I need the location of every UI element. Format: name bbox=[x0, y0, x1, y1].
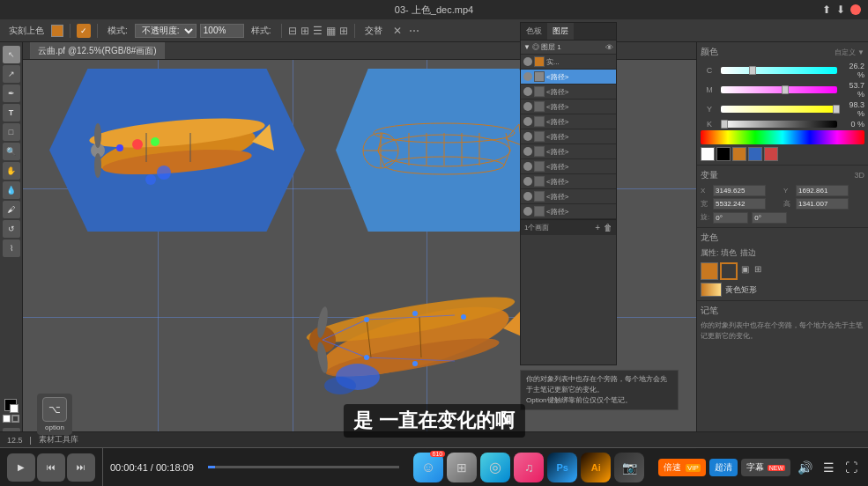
h-input[interactable] bbox=[796, 198, 849, 210]
background-color[interactable] bbox=[10, 404, 19, 413]
group-eye[interactable]: 👁 bbox=[605, 43, 613, 52]
eye-3[interactable] bbox=[523, 102, 532, 111]
dock-icon-finder[interactable]: 610 ☺ bbox=[413, 453, 443, 482]
layer-item-6[interactable]: <路径> bbox=[521, 144, 616, 159]
layer-item-1[interactable]: <路径> bbox=[521, 70, 616, 85]
canvas-tab[interactable]: 云曲.pf @12.5%(RGB/8#画面) bbox=[30, 42, 165, 59]
eye-10[interactable] bbox=[523, 207, 532, 216]
stroke-icon[interactable] bbox=[11, 415, 19, 423]
tool-icon[interactable]: ✓ bbox=[77, 24, 91, 38]
icon-align1[interactable]: ⊟ bbox=[288, 25, 297, 37]
orange-swatch[interactable] bbox=[732, 147, 746, 161]
layer-item-3[interactable]: <路径> bbox=[521, 99, 616, 114]
layer-item-8[interactable]: <路径> bbox=[521, 174, 616, 189]
prev-btn[interactable]: ⏮ bbox=[37, 453, 65, 482]
quality-button[interactable]: 超清 bbox=[709, 459, 738, 476]
x-input[interactable] bbox=[713, 185, 766, 196]
pattern-icon[interactable]: ⊞ bbox=[753, 262, 763, 280]
text-tool[interactable]: T bbox=[3, 104, 20, 122]
dock-icon-capture[interactable]: 📷 bbox=[614, 453, 644, 482]
progress-bar[interactable] bbox=[208, 466, 399, 468]
magenta-slider[interactable] bbox=[721, 86, 837, 93]
dock-icon-music[interactable]: ♫ bbox=[514, 453, 544, 482]
layer-item-0[interactable]: 实... bbox=[521, 55, 616, 70]
stroke-swatch[interactable] bbox=[720, 262, 738, 280]
black-swatch[interactable] bbox=[716, 147, 731, 161]
eye-4[interactable] bbox=[523, 117, 532, 126]
volume-btn[interactable]: 🔊 bbox=[794, 460, 816, 475]
layer-item-4[interactable]: <路径> bbox=[521, 114, 616, 129]
speed-button[interactable]: 倍速 VIP bbox=[658, 459, 706, 476]
zoom-tool[interactable]: 🔍 bbox=[3, 143, 20, 160]
icon-more[interactable]: ⋯ bbox=[409, 25, 419, 37]
eye-0[interactable] bbox=[523, 57, 532, 66]
direct-select-tool[interactable]: ↗ bbox=[3, 65, 20, 83]
rotation-input[interactable] bbox=[713, 212, 748, 224]
layer-item-7[interactable]: <路径> bbox=[521, 159, 616, 174]
icon-align5[interactable]: ⊞ bbox=[339, 25, 348, 37]
eye-6[interactable] bbox=[523, 147, 532, 156]
layers-del-btn[interactable]: 🗑 bbox=[604, 223, 612, 232]
pen-tool[interactable]: ✒ bbox=[3, 85, 20, 102]
eye-8[interactable] bbox=[523, 177, 532, 186]
icon-align2[interactable]: ⊞ bbox=[300, 25, 309, 37]
eye-1[interactable] bbox=[523, 72, 532, 81]
blue-swatch[interactable] bbox=[748, 147, 762, 161]
tool-name[interactable]: 实刻上色 bbox=[5, 23, 48, 39]
black-slider[interactable] bbox=[721, 121, 837, 128]
cyan-thumb[interactable] bbox=[749, 66, 756, 75]
eye-9[interactable] bbox=[523, 192, 532, 201]
w-input[interactable] bbox=[713, 198, 766, 210]
layer-item-5[interactable]: <路径> bbox=[521, 129, 616, 144]
color-swatch[interactable] bbox=[51, 25, 63, 37]
warp-tool[interactable]: ⌇ bbox=[3, 239, 20, 257]
layers-tab[interactable]: 图层 bbox=[547, 23, 574, 40]
rotation2-input[interactable] bbox=[752, 212, 787, 224]
dock-icon-safari[interactable]: ◎ bbox=[480, 453, 510, 482]
select-tool[interactable]: ↖ bbox=[3, 46, 20, 63]
layer-item-2[interactable]: <路径> bbox=[521, 85, 616, 99]
dock-icon-photoshop[interactable]: Ps bbox=[547, 453, 577, 482]
layer-item-9[interactable]: <路径> bbox=[521, 189, 616, 204]
eye-5[interactable] bbox=[523, 132, 532, 141]
white-swatch[interactable] bbox=[701, 147, 715, 161]
rotate-tool[interactable]: ↺ bbox=[3, 220, 20, 238]
shape-tool[interactable]: □ bbox=[3, 123, 20, 141]
option-button[interactable]: ⌥ option bbox=[37, 394, 72, 435]
next-btn[interactable]: ⏭ bbox=[67, 453, 95, 482]
brush-tool[interactable]: 🖌 bbox=[3, 201, 20, 218]
dock-icon-illustrator[interactable]: Ai bbox=[581, 453, 611, 482]
black-thumb[interactable] bbox=[721, 120, 728, 129]
red-swatch[interactable] bbox=[764, 147, 778, 161]
opacity-input[interactable] bbox=[200, 24, 244, 38]
magenta-thumb[interactable] bbox=[782, 85, 789, 94]
close-icon[interactable] bbox=[850, 4, 861, 15]
share-icon[interactable]: ⬆ bbox=[822, 4, 831, 16]
gradient-preview[interactable] bbox=[701, 283, 722, 297]
fullscreen-btn[interactable]: ⛶ bbox=[842, 460, 861, 475]
dock-icon-launchpad[interactable]: ⊞ bbox=[447, 453, 477, 482]
yellow-thumb[interactable] bbox=[833, 105, 840, 114]
yellow-slider[interactable] bbox=[721, 106, 837, 113]
play-btn[interactable]: ▶ bbox=[7, 453, 35, 482]
gradient-icon[interactable]: ▣ bbox=[739, 262, 751, 280]
subtitle-button[interactable]: 字幕 NEW bbox=[741, 459, 790, 476]
eye-7[interactable] bbox=[523, 162, 532, 171]
eye-2[interactable] bbox=[523, 87, 532, 96]
eyedropper-tool[interactable]: 💧 bbox=[3, 181, 20, 199]
cyan-slider[interactable] bbox=[721, 67, 837, 74]
download-icon[interactable]: ⬇ bbox=[836, 4, 845, 16]
icon-spacing[interactable]: ✕ bbox=[393, 25, 402, 37]
foreground-color[interactable] bbox=[4, 399, 17, 411]
swatches-tab[interactable]: 色板 bbox=[521, 23, 547, 40]
icon-align3[interactable]: ☰ bbox=[313, 25, 323, 37]
layers-add-btn[interactable]: + bbox=[595, 223, 600, 232]
fill-color-swatch[interactable] bbox=[701, 262, 718, 280]
group-arrow[interactable]: ▼ bbox=[523, 43, 530, 51]
blend-select[interactable]: 不透明度: bbox=[135, 24, 197, 38]
y-input[interactable] bbox=[796, 185, 849, 196]
playlist-btn[interactable]: ☰ bbox=[820, 460, 838, 475]
color-spectrum-bar[interactable] bbox=[701, 130, 864, 144]
icon-align4[interactable]: ▦ bbox=[326, 25, 336, 37]
hand-tool[interactable]: ✋ bbox=[3, 162, 20, 180]
